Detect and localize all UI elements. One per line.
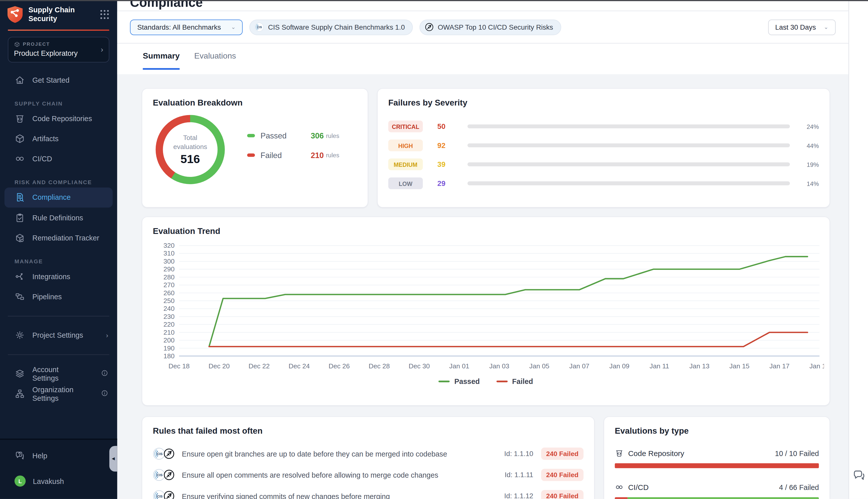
owasp-logo-icon	[163, 448, 175, 460]
date-range-select[interactable]: Last 30 Days ⌄	[768, 19, 836, 35]
trend-legend-failed[interactable]: Failed	[497, 377, 533, 386]
chevron-right-icon: ›	[106, 331, 108, 339]
svg-text:Jan 19: Jan 19	[809, 362, 824, 370]
sidebar-item-integrations[interactable]: Integrations	[0, 267, 117, 287]
sidebar-item-artifacts[interactable]: Artifacts	[0, 129, 117, 149]
svg-text:270: 270	[163, 281, 175, 289]
passed-line-swatch	[439, 381, 450, 382]
owasp-logo-icon	[424, 22, 434, 32]
severity-badge: CRITICAL	[388, 121, 423, 132]
org-chart-icon	[15, 388, 25, 399]
svg-text:Jan 03: Jan 03	[489, 362, 509, 370]
svg-text:CIS: CIS	[258, 26, 262, 29]
card-title: Evaluation Breakdown	[142, 89, 368, 107]
svg-text:280: 280	[163, 273, 175, 281]
type-value: 4 / 66 Failed	[779, 483, 819, 491]
sidebar-item-organization-settings[interactable]: Organization Settings	[0, 384, 117, 404]
severity-row-high: HIGH 92 44%	[388, 138, 819, 153]
filter-bar: Standards: All Benchmarks ⌄ CIS CIS Soft…	[117, 11, 848, 44]
sidebar-divider	[8, 354, 109, 354]
sidebar-footer: Help L Lavakush	[0, 439, 117, 499]
tab-summary[interactable]: Summary	[143, 51, 180, 70]
sidebar-item-account-settings[interactable]: Account Settings	[0, 364, 117, 384]
rule-failed-badge: 240 Failed	[541, 469, 583, 481]
trend-legend: Passed Failed	[142, 377, 829, 386]
pipelines-flow-icon	[15, 291, 25, 302]
svg-text:310: 310	[163, 250, 175, 257]
svg-text:Dec 26: Dec 26	[328, 362, 350, 370]
svg-text:Jan 05: Jan 05	[529, 362, 549, 370]
svg-text:Dec 22: Dec 22	[248, 362, 270, 370]
sidebar-item-rule-definitions[interactable]: Rule Definitions	[0, 208, 117, 228]
type-value: 10 / 10 Failed	[775, 449, 819, 457]
sidebar-item-get-started[interactable]: Get Started	[0, 70, 117, 90]
standards-filter-select[interactable]: Standards: All Benchmarks ⌄	[130, 19, 243, 35]
project-cube-icon	[14, 41, 20, 47]
severity-row-critical: CRITICAL 50 24%	[388, 119, 819, 133]
chat-support-icon[interactable]	[853, 469, 866, 482]
page-header: Compliance	[117, 0, 848, 11]
info-icon[interactable]	[101, 389, 108, 398]
donut-center-label: Totalevaluations	[173, 133, 207, 151]
rule-text: Ensure verifying signed commits of new c…	[182, 492, 504, 499]
svg-text:220: 220	[163, 320, 175, 328]
sidebar-item-cicd[interactable]: CI/CD	[0, 149, 117, 169]
sidebar-item-help[interactable]: Help	[0, 445, 117, 465]
type-row-code-repository: Code Repository 10 / 10 Failed	[615, 449, 819, 468]
passed-value: 306	[311, 131, 324, 140]
rule-row[interactable]: CIS Ensure verifying signed commits of n…	[153, 485, 584, 499]
svg-text:Jan 09: Jan 09	[609, 362, 629, 370]
svg-text:Jan 01: Jan 01	[449, 362, 469, 370]
user-name: Lavakush	[33, 477, 64, 485]
svg-text:260: 260	[163, 289, 175, 297]
owasp-logo-icon	[163, 469, 175, 481]
benchmark-chip-owasp[interactable]: OWASP Top 10 CI/CD Security Risks	[419, 19, 561, 35]
card-title: Evalutions by type	[604, 417, 829, 435]
sidebar: Supply Chain Security PROJECT Product Ex…	[0, 0, 117, 499]
svg-text:210: 210	[163, 329, 175, 336]
layers-gear-icon	[15, 368, 25, 379]
sidebar-item-compliance[interactable]: Compliance	[4, 187, 113, 207]
artifacts-cube-icon	[15, 133, 25, 144]
sidebar-item-project-settings[interactable]: Project Settings ›	[0, 325, 117, 345]
evaluation-trend-line-chart: 1801902002102202302402502602702802903003…	[150, 239, 824, 375]
page-title: Compliance	[130, 0, 849, 10]
trend-legend-passed[interactable]: Passed	[439, 377, 480, 386]
svg-text:Dec 20: Dec 20	[209, 362, 230, 370]
info-icon[interactable]	[101, 369, 108, 378]
svg-text:290: 290	[163, 265, 175, 273]
sidebar-nav: Get Started SUPPLY CHAIN Code Repositori…	[0, 62, 117, 439]
donut-total-value: 516	[180, 153, 200, 166]
rule-id: Id: 1.1.12	[504, 492, 533, 499]
remediation-box-icon	[15, 233, 25, 243]
project-label: PROJECT	[23, 41, 50, 47]
failed-value: 210	[311, 150, 324, 160]
sidebar-user[interactable]: L Lavakush	[0, 471, 117, 491]
svg-text:Jan 17: Jan 17	[770, 362, 790, 370]
svg-text:250: 250	[163, 297, 175, 305]
brand-shield-logo	[7, 6, 24, 24]
sidebar-item-pipelines[interactable]: Pipelines	[0, 287, 117, 307]
tab-evaluations[interactable]: Evaluations	[194, 51, 236, 68]
project-name: Product Exploratory	[14, 49, 101, 57]
app-switcher-grid-icon[interactable]	[100, 10, 110, 19]
rule-text: Ensure all open comments are resolved be…	[182, 471, 505, 479]
rule-row[interactable]: CIS Ensure open git branches are up to d…	[153, 443, 584, 464]
rule-id: Id: 1.1.11	[505, 471, 533, 479]
sidebar-item-code-repositories[interactable]: Code Repositories	[0, 109, 117, 129]
rule-id: Id: 1.1.10	[504, 450, 533, 458]
sidebar-item-remediation-tracker[interactable]: Remediation Tracker	[0, 228, 117, 248]
sidebar-collapse-handle[interactable]: ◀	[109, 446, 117, 472]
svg-text:Dec 18: Dec 18	[169, 362, 190, 370]
project-selector[interactable]: PROJECT Product Exploratory ›	[8, 36, 109, 62]
gear-icon	[15, 330, 25, 340]
rule-row[interactable]: CIS Ensure all open comments are resolve…	[153, 464, 584, 485]
svg-text:Jan 13: Jan 13	[690, 362, 709, 370]
card-title: Failures by Severity	[378, 89, 830, 107]
section-label-risk-and-compliance: RISK AND COMPLIANCE	[15, 179, 117, 185]
brand-name: Supply Chain Security	[28, 5, 96, 24]
evaluations-by-type-card: Evalutions by type Code Repository 10 / …	[604, 416, 830, 499]
benchmark-chip-cis[interactable]: CIS CIS Software Supply Chain Benchmarks…	[250, 19, 413, 35]
rule-text: Ensure open git branches are up to date …	[182, 450, 504, 458]
section-label-supply-chain: SUPPLY CHAIN	[15, 100, 117, 106]
